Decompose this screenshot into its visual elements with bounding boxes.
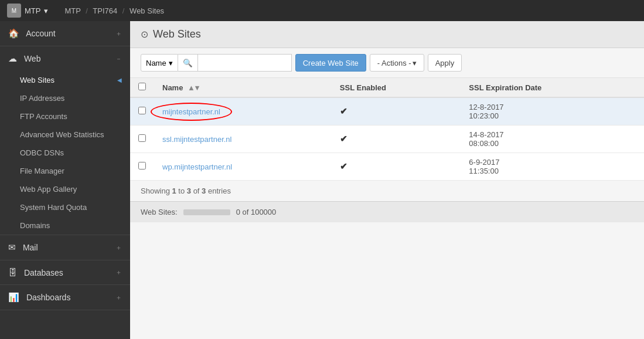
sidebar-item-domains[interactable]: Domains	[0, 216, 130, 235]
sidebar-section-databases: 🗄 Databases ＋	[0, 260, 130, 285]
showing-entries-text: Showing 1 to 3 of 3 entries	[130, 181, 644, 201]
odbc-dsns-label: ODBC DSNs	[20, 148, 64, 157]
sidebar: 🏠 Account ＋ ☁ Web － Web Sites ◀	[0, 21, 130, 339]
sidebar-item-databases[interactable]: 🗄 Databases ＋	[0, 260, 130, 284]
row3-ssl-check-icon: ✔	[340, 161, 347, 171]
search-input[interactable]	[198, 54, 292, 72]
select-all-checkbox[interactable]	[138, 83, 146, 90]
sidebar-item-advanced-web-stats[interactable]: Advanced Web Statistics	[0, 126, 130, 144]
row3-ssl-time: 11:35:00	[469, 167, 636, 175]
ssl-expiration-column-header: SSL Expiration Date	[461, 78, 644, 97]
web-sites-table: Name ▲▾ SSL Enabled SSL Expiration Date	[130, 78, 644, 181]
advanced-web-stats-label: Advanced Web Statistics	[20, 130, 104, 139]
ip-addresses-label: IP Addresses	[20, 94, 64, 103]
row2-ssl-date: 14-8-2017	[469, 130, 636, 139]
sidebar-web-label: Web	[24, 54, 41, 63]
row1-checkbox[interactable]	[138, 107, 146, 114]
dashboards-icon: 📊	[8, 292, 19, 302]
web-sites-label: Web Sites	[20, 76, 54, 84]
system-hard-quota-label: System Hard Quota	[20, 203, 87, 212]
table-row: wp.mijntestpartner.nl ✔ 6-9-2017 11:35:0…	[130, 153, 644, 181]
search-button[interactable]: 🔍	[178, 54, 198, 72]
actions-label: - Actions -	[377, 59, 411, 67]
search-filter-dropdown-icon: ▾	[169, 59, 173, 67]
row3-checkbox[interactable]	[138, 162, 146, 170]
row3-checkbox-cell	[130, 153, 154, 181]
breadcrumb-mtp[interactable]: MTP	[64, 6, 80, 15]
databases-expand-icon: ＋	[115, 268, 122, 277]
name-header-label: Name	[162, 83, 183, 92]
account-expand-icon: ＋	[115, 29, 122, 38]
sidebar-section-mail: ✉ Mail ＋	[0, 235, 130, 260]
row3-name-link[interactable]: wp.mijntestpartner.nl	[162, 162, 232, 171]
row1-name-link[interactable]: mijntestpartner.nl	[162, 107, 220, 116]
sidebar-item-mail[interactable]: ✉ Mail ＋	[0, 235, 130, 260]
sidebar-mail-label: Mail	[23, 243, 38, 252]
row2-checkbox[interactable]	[138, 134, 146, 142]
main-content: ⊙ Web Sites Name ▾ 🔍 Create Web Site - A…	[130, 21, 644, 339]
search-filter-select[interactable]: Name ▾	[141, 54, 178, 72]
name-column-header[interactable]: Name ▲▾	[154, 78, 332, 97]
databases-icon: 🗄	[8, 267, 17, 277]
sidebar-item-dashboards[interactable]: 📊 Dashboards ＋	[0, 285, 130, 310]
file-manager-label: File Manager	[20, 167, 64, 175]
ssl-enabled-column-header: SSL Enabled	[332, 78, 461, 97]
breadcrumb: MTP / TPI764 / Web Sites	[64, 6, 164, 15]
table-body: mijntestpartner.nl ✔ 12-8-2017 10:23:00	[130, 97, 644, 181]
ssl-enabled-header-label: SSL Enabled	[340, 83, 386, 92]
row1-ssl-date-cell: 12-8-2017 10:23:00	[461, 97, 644, 126]
toolbar: Name ▾ 🔍 Create Web Site - Actions - ▾ A…	[130, 48, 644, 78]
sidebar-item-ftp-accounts[interactable]: FTP Accounts	[0, 107, 130, 126]
sidebar-section-dashboards: 📊 Dashboards ＋	[0, 285, 130, 310]
mail-icon: ✉	[8, 242, 16, 252]
apply-button[interactable]: Apply	[428, 54, 462, 72]
sidebar-item-system-hard-quota[interactable]: System Hard Quota	[0, 198, 130, 216]
quota-label: Web Sites:	[141, 208, 178, 216]
row1-ssl-date: 12-8-2017	[469, 103, 636, 111]
sidebar-item-odbc-dsns[interactable]: ODBC DSNs	[0, 144, 130, 162]
user-dropdown-icon: ▾	[44, 6, 48, 15]
select-all-col	[130, 78, 154, 97]
row1-ssl-enabled-cell: ✔	[332, 97, 461, 126]
search-icon: 🔍	[183, 59, 193, 67]
domains-label: Domains	[20, 221, 50, 230]
page-header: ⊙ Web Sites	[130, 21, 644, 48]
row1-ssl-check-icon: ✔	[340, 106, 347, 116]
account-icon: 🏠	[8, 28, 19, 38]
sidebar-section-web: ☁ Web － Web Sites ◀ IP Addresses FTP Acc…	[0, 46, 130, 235]
row2-ssl-time: 08:08:00	[469, 139, 636, 148]
actions-dropdown-button[interactable]: - Actions - ▾	[370, 54, 424, 72]
sidebar-item-ip-addresses[interactable]: IP Addresses	[0, 89, 130, 107]
sidebar-dashboards-label: Dashboards	[26, 293, 71, 302]
search-filter-label: Name	[146, 59, 166, 67]
sidebar-item-web-app-gallery[interactable]: Web App Gallery	[0, 180, 130, 198]
apply-label: Apply	[435, 59, 455, 67]
create-web-site-button[interactable]: Create Web Site	[295, 54, 366, 72]
row3-ssl-date-cell: 6-9-2017 11:35:00	[461, 153, 644, 181]
dashboards-expand-icon: ＋	[115, 293, 122, 302]
breadcrumb-tpi764[interactable]: TPI764	[93, 6, 117, 15]
breadcrumb-sep1: /	[86, 6, 88, 15]
user-label: MTP	[25, 6, 40, 15]
row2-ssl-enabled-cell: ✔	[332, 126, 461, 153]
sidebar-item-file-manager[interactable]: File Manager	[0, 162, 130, 180]
name-sort-icon: ▲▾	[188, 83, 199, 92]
table-header: Name ▲▾ SSL Enabled SSL Expiration Date	[130, 78, 644, 97]
quota-bar: Web Sites: 0 of 100000	[130, 201, 644, 222]
row2-name-cell: ssl.mijntestpartner.nl	[154, 126, 332, 153]
avatar: M	[7, 4, 21, 18]
row2-name-link[interactable]: ssl.mijntestpartner.nl	[162, 135, 232, 144]
web-icon: ☁	[8, 53, 17, 63]
row2-checkbox-cell	[130, 126, 154, 153]
breadcrumb-current: Web Sites	[130, 6, 164, 15]
row3-ssl-date: 6-9-2017	[469, 158, 636, 167]
mail-expand-icon: ＋	[115, 243, 122, 252]
sidebar-item-account[interactable]: 🏠 Account ＋	[0, 21, 130, 46]
sidebar-section-account: 🏠 Account ＋	[0, 21, 130, 46]
sidebar-item-web-sites[interactable]: Web Sites ◀	[0, 71, 130, 89]
user-menu[interactable]: M MTP ▾	[7, 4, 48, 18]
sidebar-item-web[interactable]: ☁ Web －	[0, 46, 130, 71]
table-row: ssl.mijntestpartner.nl ✔ 14-8-2017 08:08…	[130, 126, 644, 153]
sidebar-web-items: Web Sites ◀ IP Addresses FTP Accounts Ad…	[0, 71, 130, 235]
row1-ssl-time: 10:23:00	[469, 111, 636, 120]
